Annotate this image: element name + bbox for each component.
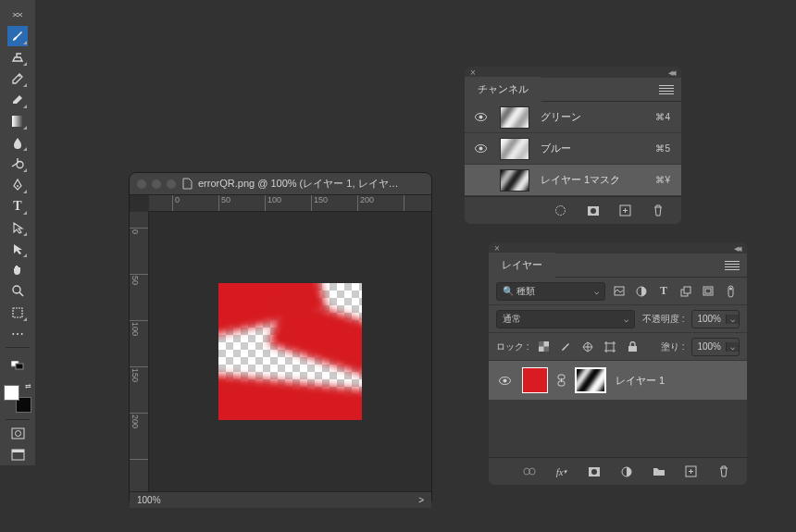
adjustment-layer-icon[interactable]	[619, 464, 633, 478]
window-minimize-button[interactable]	[152, 179, 161, 189]
mask-thumbnail[interactable]	[575, 367, 606, 393]
layer-row[interactable]: レイヤー 1	[489, 361, 747, 400]
layers-panel: × ◂◂ レイヤー 🔍 種類⌵ T 通常⌵ 不透明度 : 100%⌵ ロック :	[489, 242, 747, 485]
filter-adjust-icon[interactable]	[635, 285, 648, 298]
new-channel-icon[interactable]	[618, 204, 632, 217]
status-caret-icon[interactable]: >	[418, 495, 424, 505]
panel-collapse-button[interactable]: ◂◂	[734, 242, 740, 254]
layer-name[interactable]: レイヤー 1	[616, 374, 738, 388]
marquee-tool[interactable]	[7, 303, 28, 323]
svg-rect-25	[705, 289, 711, 293]
document-window: errorQR.png @ 100% (レイヤー 1, レイヤ… 0 50 10…	[129, 172, 432, 507]
window-close-button[interactable]	[137, 179, 146, 189]
new-group-icon[interactable]	[652, 464, 665, 478]
load-selection-icon[interactable]	[553, 204, 567, 217]
channel-shortcut: ⌘5	[655, 143, 670, 154]
filter-shape-icon[interactable]	[679, 285, 692, 298]
delete-channel-icon[interactable]	[651, 204, 665, 217]
svg-rect-29	[539, 341, 544, 347]
svg-rect-1	[12, 116, 23, 127]
dodge-tool[interactable]	[7, 154, 28, 174]
direct-select-tool[interactable]	[7, 239, 28, 259]
window-zoom-button[interactable]	[167, 179, 176, 189]
eraser-tool[interactable]	[7, 90, 28, 110]
channel-thumbnail	[500, 138, 529, 160]
layer-thumbnail[interactable]	[522, 367, 548, 393]
svg-rect-31	[606, 343, 614, 351]
ruler-vertical[interactable]: 0 50 100 150 200	[130, 212, 149, 491]
panel-close-button[interactable]: ×	[494, 243, 504, 254]
lock-artboard-icon[interactable]	[603, 340, 617, 353]
brush-tool[interactable]	[7, 26, 28, 46]
edit-toolbar[interactable]: ⋯	[7, 324, 28, 344]
lock-image-icon[interactable]	[559, 340, 573, 353]
visibility-toggle[interactable]	[498, 376, 513, 386]
panel-close-button[interactable]: ×	[470, 68, 479, 78]
gradient-tool[interactable]	[7, 111, 28, 131]
text-tool[interactable]: T	[7, 196, 28, 217]
ruler-horizontal[interactable]: 0 50 100 150 200	[149, 195, 431, 212]
toolbar-grip[interactable]	[7, 5, 28, 25]
filter-type-icon[interactable]: T	[657, 285, 670, 298]
lock-all-icon[interactable]	[626, 340, 640, 353]
panel-collapse-button[interactable]: ◂◂	[668, 67, 674, 79]
zoom-tool[interactable]	[7, 281, 28, 302]
layers-empty-area[interactable]	[489, 400, 747, 457]
hand-tool[interactable]	[7, 260, 28, 280]
tab-layers[interactable]: レイヤー	[489, 253, 555, 278]
toolbar: T ⋯ ⇄	[0, 0, 35, 465]
channel-name: レイヤー 1マスク	[541, 173, 644, 187]
opacity-input[interactable]: 100%⌵	[691, 310, 740, 328]
visibility-toggle[interactable]	[474, 143, 489, 154]
mask-link-icon[interactable]	[557, 374, 566, 387]
document-titlebar[interactable]: errorQR.png @ 100% (レイヤー 1, レイヤ…	[130, 173, 431, 195]
svg-point-18	[591, 208, 596, 214]
svg-point-9	[15, 431, 20, 437]
zoom-level[interactable]: 100%	[137, 495, 161, 505]
lock-transparency-icon[interactable]	[537, 340, 551, 353]
swap-colors-icon[interactable]: ⇄	[25, 382, 31, 390]
layer-fx-icon[interactable]: fx▾	[554, 464, 568, 478]
svg-rect-30	[543, 347, 549, 353]
svg-rect-5	[13, 308, 22, 317]
channel-row[interactable]: グリーン ⌘4	[465, 102, 681, 133]
channels-panel: × ◂◂ チャンネル グリーン ⌘4 ブルー ⌘5 レイヤー 1マスク ⌘¥	[465, 67, 681, 224]
quick-mask-toggle[interactable]	[7, 424, 28, 444]
visibility-toggle[interactable]	[474, 112, 489, 122]
blur-tool[interactable]	[7, 132, 28, 153]
svg-point-16	[556, 206, 566, 216]
lock-position-icon[interactable]	[581, 340, 595, 353]
filter-toggle-icon[interactable]	[724, 285, 737, 298]
svg-rect-32	[628, 346, 637, 352]
svg-point-3	[17, 185, 19, 187]
link-layers-icon[interactable]	[522, 464, 536, 478]
blend-mode-select[interactable]: 通常⌵	[496, 310, 635, 328]
filter-pixel-icon[interactable]	[613, 285, 626, 298]
clone-stamp-tool[interactable]	[7, 47, 28, 68]
svg-rect-23	[684, 287, 690, 293]
fill-input[interactable]: 100%⌵	[691, 338, 740, 356]
svg-point-40	[591, 469, 597, 475]
healing-brush-tool[interactable]	[7, 68, 28, 89]
new-layer-icon[interactable]	[684, 464, 698, 478]
screen-mode-toggle[interactable]	[7, 445, 28, 465]
filter-smart-icon[interactable]	[702, 285, 715, 298]
panel-menu-button[interactable]	[659, 82, 674, 97]
canvas[interactable]	[218, 283, 362, 420]
color-swatches[interactable]: ⇄	[4, 385, 31, 413]
add-mask-icon[interactable]	[587, 464, 601, 478]
delete-layer-icon[interactable]	[716, 464, 730, 478]
channel-row[interactable]: レイヤー 1マスク ⌘¥	[465, 165, 681, 196]
channel-row[interactable]: ブルー ⌘5	[465, 133, 681, 165]
svg-rect-11	[12, 450, 24, 452]
tab-channels[interactable]: チャンネル	[465, 77, 541, 102]
panel-menu-button[interactable]	[725, 258, 740, 273]
layer-filter-select[interactable]: 🔍 種類⌵	[496, 282, 605, 301]
pen-tool[interactable]	[7, 175, 28, 195]
svg-rect-7	[16, 364, 23, 369]
path-select-tool[interactable]	[7, 217, 28, 238]
default-colors-icon[interactable]	[7, 355, 28, 376]
canvas-area[interactable]	[149, 212, 431, 491]
save-selection-icon[interactable]	[586, 204, 600, 217]
foreground-color[interactable]	[4, 385, 19, 401]
